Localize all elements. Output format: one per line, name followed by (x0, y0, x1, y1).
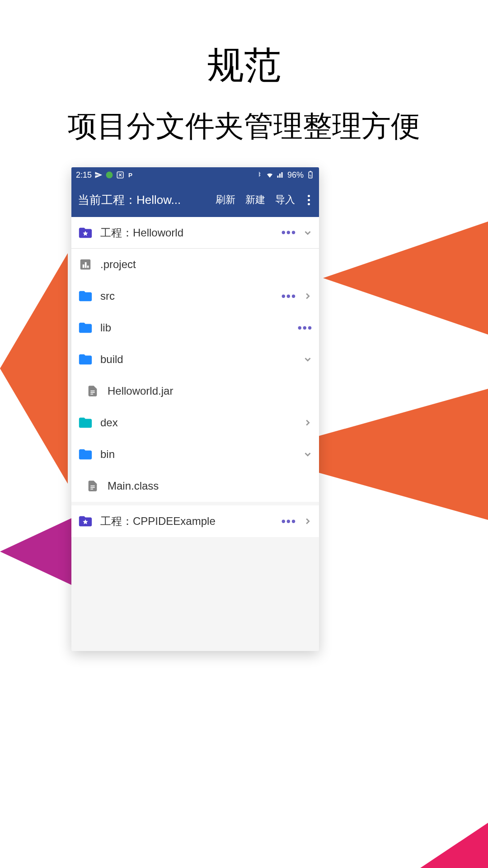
signal-icon (277, 171, 285, 179)
project-row[interactable]: 工程：CPPIDEExample ••• (71, 505, 319, 537)
svg-rect-6 (85, 262, 87, 268)
svg-rect-5 (83, 264, 84, 268)
chevron-right-icon[interactable] (303, 418, 313, 428)
file-label: Main.class (108, 480, 313, 492)
appbar: 当前工程：Hellow... 刷新 新建 导入 (71, 183, 319, 217)
folder-label: src (100, 290, 282, 302)
folder-row[interactable]: bin (71, 439, 319, 470)
file-icon (85, 383, 100, 399)
svg-rect-11 (90, 486, 94, 486)
file-icon (85, 478, 100, 494)
alarm-icon (105, 171, 113, 179)
more-dots-icon[interactable]: ••• (282, 289, 296, 303)
project-label: 工程：Helloworld (100, 226, 282, 240)
svg-rect-7 (87, 266, 89, 268)
statusbar: 2:15 P 96% (71, 167, 319, 183)
folder-label: dex (100, 416, 303, 429)
chevron-right-icon[interactable] (303, 291, 313, 301)
chevron-right-icon[interactable] (303, 516, 313, 526)
folder-row[interactable]: src ••• (71, 280, 319, 312)
statusbar-time: 2:15 (76, 170, 92, 180)
project-folder-icon (78, 225, 93, 241)
send-icon (94, 171, 103, 179)
chart-file-icon (78, 257, 93, 272)
wifi-icon (266, 171, 274, 179)
battery-icon (306, 171, 314, 179)
folder-icon (78, 288, 93, 304)
svg-rect-8 (90, 391, 94, 392)
more-dots-icon[interactable]: ••• (282, 514, 296, 528)
folder-label: build (100, 353, 303, 366)
statusbar-battery: 96% (287, 170, 304, 180)
folder-icon (78, 320, 93, 335)
more-menu-icon[interactable] (305, 195, 313, 205)
folder-row[interactable]: build (71, 344, 319, 375)
chevron-down-icon[interactable] (303, 228, 313, 238)
folder-row[interactable]: dex (71, 407, 319, 439)
file-row[interactable]: Helloworld.jar (71, 375, 319, 407)
file-label: .project (100, 258, 313, 271)
project-label: 工程：CPPIDEExample (100, 514, 282, 528)
more-dots-icon[interactable]: ••• (282, 226, 296, 240)
decoration-shape (323, 222, 488, 335)
folder-row[interactable]: lib ••• (71, 312, 319, 344)
svg-rect-9 (90, 392, 94, 393)
svg-point-0 (106, 172, 113, 179)
appbar-title: 当前工程：Hellow... (78, 192, 216, 208)
file-tree: 工程：Helloworld ••• .project src ••• (71, 217, 319, 502)
decoration-shape (420, 823, 488, 868)
folder-icon (78, 415, 93, 430)
file-label: Helloworld.jar (108, 385, 313, 397)
folder-icon (78, 352, 93, 367)
phone-screenshot: 2:15 P 96% 当前工程：Hellow... 刷新 新建 导入 (71, 167, 319, 651)
page-title: 规范 (0, 41, 488, 90)
chevron-down-icon[interactable] (303, 354, 313, 364)
file-row[interactable]: Main.class (71, 470, 319, 502)
file-row[interactable]: .project (71, 249, 319, 280)
more-dots-icon[interactable]: ••• (298, 321, 313, 335)
svg-rect-3 (309, 172, 312, 178)
svg-rect-12 (90, 487, 94, 488)
project-row[interactable]: 工程：Helloworld ••• (71, 217, 319, 249)
import-button[interactable]: 导入 (275, 193, 295, 207)
project-folder-icon (78, 514, 93, 529)
folder-label: lib (100, 321, 298, 334)
decoration-shape (0, 253, 68, 484)
svg-rect-13 (90, 489, 93, 490)
refresh-button[interactable]: 刷新 (216, 193, 235, 207)
chevron-down-icon[interactable] (303, 449, 313, 459)
page-subtitle: 项目分文件夹管理整理方便 (0, 106, 488, 146)
folder-icon (78, 447, 93, 462)
folder-label: bin (100, 448, 303, 461)
close-box-icon (116, 171, 124, 179)
divider (71, 502, 319, 505)
p-icon: P (127, 171, 135, 179)
svg-rect-10 (90, 394, 93, 395)
bluetooth-icon (255, 171, 263, 179)
new-button[interactable]: 新建 (245, 193, 265, 207)
svg-text:P: P (128, 172, 132, 179)
